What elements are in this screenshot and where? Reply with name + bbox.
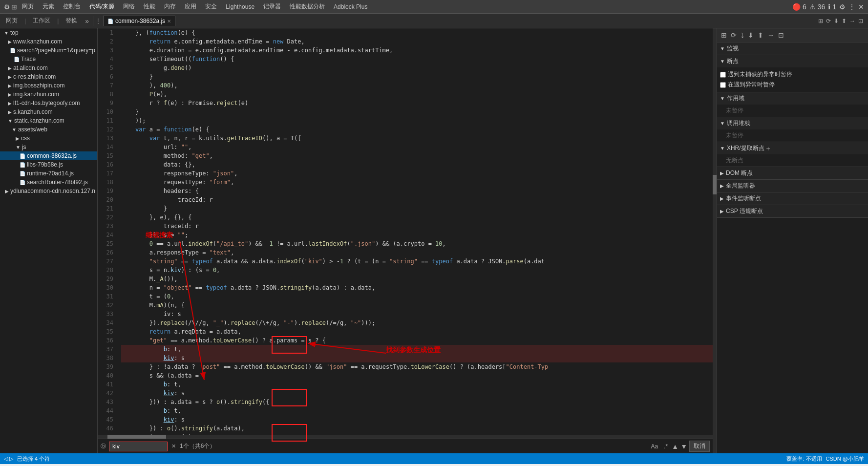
section-global-header[interactable]: ▶ 全局监听器 bbox=[717, 180, 868, 192]
main-area: ▼ top ▶ www.kanzhun.com 📄 search?pageNum… bbox=[0, 28, 868, 453]
section-breakpoints: ▼ 断点 遇到未捕获的异常时暂停 在遇到异常时暂停 bbox=[717, 55, 868, 92]
tree-label-search: search?pageNum=1&query=p bbox=[17, 47, 95, 54]
vertical-scrollbar[interactable] bbox=[713, 28, 717, 453]
search-prev-btn[interactable]: ▲ bbox=[672, 443, 678, 450]
h-scrollbar-thumb[interactable] bbox=[107, 435, 166, 439]
search-regex-btn[interactable]: .* bbox=[662, 442, 670, 451]
tree-item-static[interactable]: ▼ static.kanzhun.com bbox=[0, 116, 97, 125]
close-icon[interactable]: ✕ bbox=[858, 3, 864, 11]
tree-item-top[interactable]: ▼ top bbox=[0, 28, 97, 37]
tree-label-css: css bbox=[21, 135, 30, 142]
domain-arrow-imgkz: ▶ bbox=[8, 92, 12, 97]
tree-item-search[interactable]: 📄 search?pageNum=1&query=p bbox=[0, 46, 97, 55]
section-csp-header[interactable]: ▶ CSP 违规断点 bbox=[717, 205, 868, 217]
xhr-add-btn[interactable]: + bbox=[766, 145, 770, 152]
refresh-icon[interactable]: ⟳ bbox=[826, 18, 831, 24]
down-icon[interactable]: ⬇ bbox=[834, 18, 839, 24]
search-bar-prefix-icon: ⓑ bbox=[101, 443, 106, 450]
section-event-header[interactable]: ▶ 事件监听断点 bbox=[717, 192, 868, 205]
tree-item-runtime[interactable]: 📄 runtime-70ad14.js bbox=[0, 169, 97, 178]
menu-performance[interactable]: 性能 bbox=[140, 1, 159, 12]
section-event-label: 事件监听断点 bbox=[726, 194, 761, 203]
panel-step-out-icon[interactable]: ⬆ bbox=[757, 30, 764, 40]
up-icon[interactable]: ⬆ bbox=[842, 18, 847, 24]
breakpoint-caught-checkbox[interactable] bbox=[720, 82, 726, 88]
editor-toolbar: ⊞ ⟳ ⬇ ⬆ → ⊡ bbox=[818, 18, 866, 24]
panel-deactivate-icon[interactable]: ⊡ bbox=[777, 30, 785, 40]
tree-item-s-kz[interactable]: ▶ s.kanzhun.com bbox=[0, 107, 97, 116]
menu-console[interactable]: 控制台 bbox=[59, 1, 85, 12]
menu-memory[interactable]: 内存 bbox=[160, 1, 180, 12]
menu-recorder[interactable]: 记录器 bbox=[259, 1, 285, 12]
domain-arrow-lf1: ▶ bbox=[8, 101, 12, 106]
tree-item-lf1[interactable]: ▶ lf1-cdn-tos.bytegoofy.com bbox=[0, 99, 97, 107]
tree-label-top: top bbox=[10, 29, 19, 36]
file-icon-searchrouter: 📄 bbox=[20, 180, 25, 185]
section-callstack-header[interactable]: ▼ 调用堆栈 bbox=[717, 117, 868, 129]
panel-step-over-icon[interactable]: ⤵ bbox=[740, 30, 745, 40]
search-input[interactable] bbox=[109, 442, 168, 451]
section-scope-header[interactable]: ▼ 作用域 bbox=[717, 92, 868, 105]
forward-icon[interactable]: → bbox=[849, 18, 855, 24]
tree-label-imgboss: img.bosszhipin.com bbox=[13, 82, 64, 89]
search-clear-btn[interactable]: ✕ bbox=[169, 442, 178, 450]
three-dots-icon[interactable]: ⋮ bbox=[95, 18, 101, 24]
tree-item-libs[interactable]: 📄 libs-79b58e.js bbox=[0, 160, 97, 169]
menu-elements[interactable]: 元素 bbox=[39, 1, 58, 12]
panel-refresh-icon[interactable]: ⟳ bbox=[730, 30, 738, 40]
tree-item-js[interactable]: ▼ js bbox=[0, 143, 97, 151]
menu-application[interactable]: 应用 bbox=[181, 1, 200, 12]
search-case-btn[interactable]: Aa bbox=[649, 442, 660, 451]
tab-workspace[interactable]: 工作区 bbox=[29, 15, 54, 26]
tree-item-trace[interactable]: 📄 Trace bbox=[0, 55, 97, 64]
menu-perf-insights[interactable]: 性能数据分析 bbox=[286, 1, 329, 12]
panel-layout-icon[interactable]: ⊞ bbox=[720, 30, 728, 40]
menu-webpage[interactable]: 网页 bbox=[18, 1, 38, 12]
tree-item-cres[interactable]: ▶ c-res.zhipin.com bbox=[0, 72, 97, 81]
code-content[interactable]: 123 456 789 101112 131415 161718 192021 … bbox=[98, 28, 717, 453]
panel-step-icon[interactable]: → bbox=[766, 30, 775, 40]
search-cancel-btn[interactable]: 取消 bbox=[689, 441, 710, 452]
file-tab-active[interactable]: 📄 common-38632a.js ✕ bbox=[103, 16, 175, 26]
section-xhr-header[interactable]: ▼ XHR/提取断点 + bbox=[717, 142, 868, 154]
topbar-right-icons: 🔴 6 ⚠ 36 ℹ 1 ⚙ ⋮ ✕ bbox=[788, 3, 864, 11]
tree-item-img-boss[interactable]: ▶ img.bosszhipin.com bbox=[0, 81, 97, 90]
menu-sources[interactable]: 代码/来源 bbox=[85, 1, 118, 12]
tree-item-css[interactable]: ▶ css bbox=[0, 134, 97, 143]
section-global: ▶ 全局监听器 bbox=[717, 180, 868, 192]
deactivate-icon[interactable]: ⊡ bbox=[858, 18, 863, 24]
warn-count-badge: ⚠ 36 bbox=[809, 3, 825, 11]
tree-item-common[interactable]: 📄 common-38632a.js bbox=[0, 151, 97, 160]
menu-lighthouse[interactable]: Lighthouse bbox=[222, 2, 258, 11]
settings-icon[interactable]: ⚙ bbox=[839, 3, 846, 11]
scrollbar-thumb[interactable] bbox=[713, 175, 717, 194]
section-watch-header[interactable]: ▼ 监视 bbox=[717, 42, 868, 55]
file-tab-close[interactable]: ✕ bbox=[167, 19, 171, 24]
code-line-13: var t, n, r = k.utils.getTraceID(), a = … bbox=[121, 134, 717, 143]
tree-item-alicdn[interactable]: ▶ at.alicdn.com bbox=[0, 64, 97, 72]
tree-item-searchrouter[interactable]: 📄 searchRouter-78bf92.js bbox=[0, 178, 97, 187]
tree-item-kanzhun[interactable]: ▶ www.kanzhun.com bbox=[0, 37, 97, 46]
section-dom-header[interactable]: ▶ DOM 断点 bbox=[717, 167, 868, 179]
tree-item-img-kz[interactable]: ▶ img.kanzhun.com bbox=[0, 90, 97, 99]
format-icon[interactable]: ⊞ bbox=[818, 18, 823, 24]
tree-label-runtime: runtime-70ad14.js bbox=[27, 170, 74, 177]
tab-webpage[interactable]: 网页 bbox=[2, 15, 21, 26]
play-pause-icon[interactable]: ◁ ▷ bbox=[4, 456, 13, 462]
tree-item-assets[interactable]: ▼ assets/web bbox=[0, 125, 97, 134]
menu-network[interactable]: 网络 bbox=[119, 1, 139, 12]
more-tabs-btn[interactable]: » bbox=[83, 16, 91, 26]
breakpoint-uncaught-checkbox[interactable] bbox=[720, 72, 726, 78]
breakpoint-caught: 在遇到异常时暂停 bbox=[720, 80, 865, 90]
panel-step-into-icon[interactable]: ⬇ bbox=[747, 30, 755, 40]
search-next-btn[interactable]: ▼ bbox=[680, 443, 687, 450]
section-breakpoints-header[interactable]: ▼ 断点 bbox=[717, 55, 868, 67]
horizontal-scrollbar[interactable] bbox=[98, 435, 713, 439]
tree-item-ydluna[interactable]: ▶ ydlunacommon-cdn.nosdn.127.n bbox=[0, 187, 97, 195]
tab-replace[interactable]: 替换 bbox=[62, 15, 81, 26]
code-line-34: }).replace(/\//g, "_").replace(/\+/g, "-… bbox=[121, 318, 717, 327]
menu-adblock[interactable]: Adblock Plus bbox=[330, 2, 371, 11]
more-icon[interactable]: ⋮ bbox=[848, 3, 855, 11]
code-editor-lines[interactable]: }, (function(e) { return e.config.metada… bbox=[117, 28, 717, 453]
menu-security[interactable]: 安全 bbox=[201, 1, 221, 12]
